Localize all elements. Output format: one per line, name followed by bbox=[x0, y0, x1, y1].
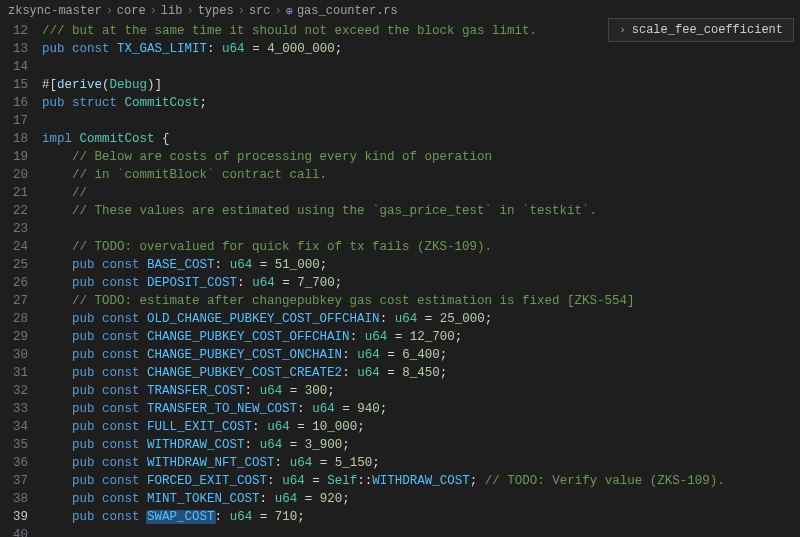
code-line[interactable]: pub const CHANGE_PUBKEY_COST_CREATE2: u6… bbox=[40, 364, 800, 382]
code-line[interactable]: pub const SWAP_COST: u64 = 710; bbox=[40, 508, 800, 526]
code-line[interactable]: pub const CHANGE_PUBKEY_COST_OFFCHAIN: u… bbox=[40, 328, 800, 346]
line-number: 14 bbox=[0, 58, 28, 76]
code-line[interactable] bbox=[40, 220, 800, 238]
code-line[interactable]: // in `commitBlock` contract call. bbox=[40, 166, 800, 184]
code-line[interactable]: pub const WITHDRAW_COST: u64 = 3_900; bbox=[40, 436, 800, 454]
line-number: 19 bbox=[0, 148, 28, 166]
code-line[interactable]: pub const DEPOSIT_COST: u64 = 7_700; bbox=[40, 274, 800, 292]
code-line[interactable]: // TODO: estimate after changepubkey gas… bbox=[40, 292, 800, 310]
line-number: 35 bbox=[0, 436, 28, 454]
breadcrumb-item[interactable]: zksync-master bbox=[8, 4, 102, 18]
code-line[interactable]: // bbox=[40, 184, 800, 202]
line-number: 27 bbox=[0, 292, 28, 310]
code-line[interactable]: pub struct CommitCost; bbox=[40, 94, 800, 112]
code-line[interactable]: pub const FULL_EXIT_COST: u64 = 10_000; bbox=[40, 418, 800, 436]
breadcrumb-item[interactable]: core bbox=[117, 4, 146, 18]
code-line[interactable]: pub const CHANGE_PUBKEY_COST_ONCHAIN: u6… bbox=[40, 346, 800, 364]
code-line[interactable]: pub const OLD_CHANGE_PUBKEY_COST_OFFCHAI… bbox=[40, 310, 800, 328]
breadcrumb-item[interactable]: gas_counter.rs bbox=[297, 4, 398, 18]
code-line[interactable] bbox=[40, 526, 800, 537]
breadcrumb-item[interactable]: lib bbox=[161, 4, 183, 18]
code-line[interactable]: pub const MINT_TOKEN_COST: u64 = 920; bbox=[40, 490, 800, 508]
line-number: 21 bbox=[0, 184, 28, 202]
code-line[interactable]: pub const BASE_COST: u64 = 51_000; bbox=[40, 256, 800, 274]
line-number: 13 bbox=[0, 40, 28, 58]
chevron-right-icon: › bbox=[106, 4, 113, 18]
line-number: 24 bbox=[0, 238, 28, 256]
code-editor[interactable]: 12 13 14 15 16 17 18 19 20 21 22 23 24 2… bbox=[0, 22, 800, 537]
line-number: 17 bbox=[0, 112, 28, 130]
code-content[interactable]: /// but at the same time it should not e… bbox=[40, 22, 800, 537]
code-line[interactable]: pub const WITHDRAW_NFT_COST: u64 = 5_150… bbox=[40, 454, 800, 472]
line-number-gutter: 12 13 14 15 16 17 18 19 20 21 22 23 24 2… bbox=[0, 22, 40, 537]
line-number: 36 bbox=[0, 454, 28, 472]
line-number: 33 bbox=[0, 400, 28, 418]
code-line[interactable] bbox=[40, 112, 800, 130]
reference-peek-popup[interactable]: › scale_fee_coefficient bbox=[608, 18, 794, 42]
line-number: 18 bbox=[0, 130, 28, 148]
line-number: 34 bbox=[0, 418, 28, 436]
chevron-right-icon: › bbox=[150, 4, 157, 18]
line-number: 30 bbox=[0, 346, 28, 364]
line-number: 25 bbox=[0, 256, 28, 274]
line-number: 31 bbox=[0, 364, 28, 382]
line-number: 16 bbox=[0, 94, 28, 112]
line-number: 29 bbox=[0, 328, 28, 346]
line-number: 28 bbox=[0, 310, 28, 328]
line-number: 22 bbox=[0, 202, 28, 220]
rust-file-icon: ⊕ bbox=[286, 4, 293, 19]
line-number: 20 bbox=[0, 166, 28, 184]
line-number: 38 bbox=[0, 490, 28, 508]
code-line[interactable]: // Below are costs of processing every k… bbox=[40, 148, 800, 166]
code-line[interactable]: pub const TRANSFER_TO_NEW_COST: u64 = 94… bbox=[40, 400, 800, 418]
code-line[interactable]: // TODO: overvalued for quick fix of tx … bbox=[40, 238, 800, 256]
code-line[interactable]: pub const FORCED_EXIT_COST: u64 = Self::… bbox=[40, 472, 800, 490]
line-number: 15 bbox=[0, 76, 28, 94]
chevron-right-icon: › bbox=[186, 4, 193, 18]
line-number: 40 bbox=[0, 526, 28, 537]
line-number: 12 bbox=[0, 22, 28, 40]
reference-label: scale_fee_coefficient bbox=[632, 23, 783, 37]
code-line[interactable]: impl CommitCost { bbox=[40, 130, 800, 148]
line-number: 37 bbox=[0, 472, 28, 490]
code-line[interactable]: // These values are estimated using the … bbox=[40, 202, 800, 220]
code-line[interactable] bbox=[40, 58, 800, 76]
line-number: 26 bbox=[0, 274, 28, 292]
chevron-right-icon: › bbox=[238, 4, 245, 18]
line-number: 39 bbox=[0, 508, 28, 526]
line-number: 23 bbox=[0, 220, 28, 238]
chevron-right-icon: › bbox=[274, 4, 281, 18]
code-line[interactable]: pub const TX_GAS_LIMIT: u64 = 4_000_000; bbox=[40, 40, 800, 58]
breadcrumb-item[interactable]: src bbox=[249, 4, 271, 18]
code-line[interactable]: pub const TRANSFER_COST: u64 = 300; bbox=[40, 382, 800, 400]
code-line[interactable]: #[derive(Debug)] bbox=[40, 76, 800, 94]
line-number: 32 bbox=[0, 382, 28, 400]
breadcrumb-item[interactable]: types bbox=[198, 4, 234, 18]
chevron-right-icon: › bbox=[619, 24, 626, 36]
